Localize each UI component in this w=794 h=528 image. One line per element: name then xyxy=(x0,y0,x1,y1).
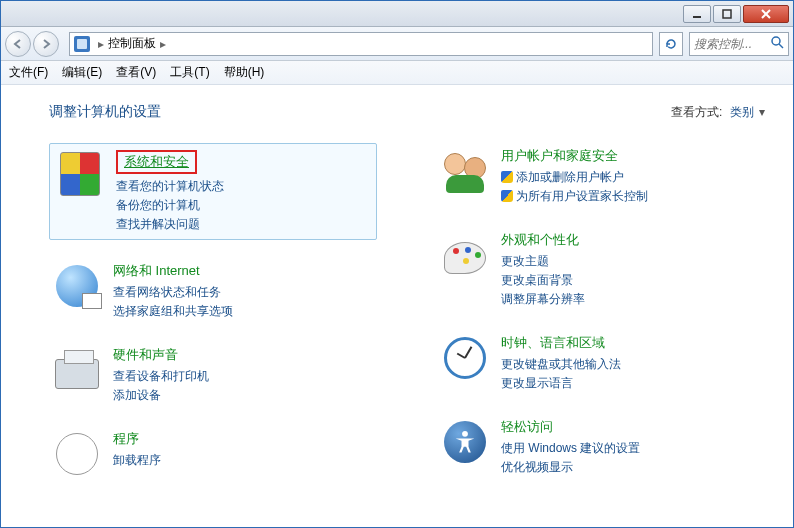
category-appearance: 外观和个性化 更改主题 更改桌面背景 调整屏幕分辨率 xyxy=(437,227,765,312)
category-title[interactable]: 时钟、语言和区域 xyxy=(501,334,605,352)
menu-tools[interactable]: 工具(T) xyxy=(170,64,209,81)
right-column: 用户帐户和家庭安全 添加或删除用户帐户 为所有用户设置家长控制 外观和个性化 更… xyxy=(437,143,765,500)
shield-icon xyxy=(56,150,104,198)
task-link[interactable]: 添加或删除用户帐户 xyxy=(501,169,648,186)
back-button[interactable] xyxy=(5,31,31,57)
view-by: 查看方式: 类别 ▾ xyxy=(671,104,765,121)
close-button[interactable] xyxy=(743,5,789,23)
svg-point-4 xyxy=(772,37,780,45)
category-title[interactable]: 系统和安全 xyxy=(116,150,197,174)
printer-icon xyxy=(53,346,101,394)
category-system-security: 系统和安全 查看您的计算机状态 备份您的计算机 查找并解决问题 xyxy=(49,143,377,240)
left-column: 系统和安全 查看您的计算机状态 备份您的计算机 查找并解决问题 网络和 Inte… xyxy=(49,143,377,500)
task-link[interactable]: 查看您的计算机状态 xyxy=(116,178,224,195)
users-icon xyxy=(441,147,489,195)
category-network: 网络和 Internet 查看网络状态和任务 选择家庭组和共享选项 xyxy=(49,258,377,324)
task-link[interactable]: 调整屏幕分辨率 xyxy=(501,291,585,308)
refresh-button[interactable] xyxy=(659,32,683,56)
task-link[interactable]: 备份您的计算机 xyxy=(116,197,224,214)
navigation-bar: ▸ 控制面板 ▸ xyxy=(1,27,793,61)
task-link[interactable]: 优化视频显示 xyxy=(501,459,640,476)
category-title[interactable]: 硬件和声音 xyxy=(113,346,178,364)
search-icon[interactable] xyxy=(770,35,784,52)
control-panel-icon xyxy=(74,36,90,52)
task-link[interactable]: 查找并解决问题 xyxy=(116,216,224,233)
svg-rect-1 xyxy=(723,10,731,18)
category-accounts: 用户帐户和家庭安全 添加或删除用户帐户 为所有用户设置家长控制 xyxy=(437,143,765,209)
category-programs: 程序 卸载程序 xyxy=(49,426,377,482)
menu-view[interactable]: 查看(V) xyxy=(116,64,156,81)
category-title[interactable]: 网络和 Internet xyxy=(113,262,200,280)
task-link[interactable]: 使用 Windows 建议的设置 xyxy=(501,440,640,457)
breadcrumb-item[interactable]: 控制面板 xyxy=(108,35,156,52)
address-bar[interactable]: ▸ 控制面板 ▸ xyxy=(69,32,653,56)
task-link[interactable]: 选择家庭组和共享选项 xyxy=(113,303,233,320)
maximize-button[interactable] xyxy=(713,5,741,23)
chevron-down-icon[interactable]: ▾ xyxy=(759,105,765,119)
svg-line-5 xyxy=(779,44,783,48)
task-link-text: 添加或删除用户帐户 xyxy=(516,170,624,184)
menu-help[interactable]: 帮助(H) xyxy=(224,64,265,81)
menu-file[interactable]: 文件(F) xyxy=(9,64,48,81)
task-link[interactable]: 为所有用户设置家长控制 xyxy=(501,188,648,205)
task-link[interactable]: 卸载程序 xyxy=(113,452,161,469)
view-by-value[interactable]: 类别 xyxy=(730,105,754,119)
search-input[interactable] xyxy=(694,37,764,51)
category-title[interactable]: 轻松访问 xyxy=(501,418,553,436)
task-link[interactable]: 更改键盘或其他输入法 xyxy=(501,356,621,373)
task-link[interactable]: 查看设备和打印机 xyxy=(113,368,209,385)
ease-access-icon xyxy=(441,418,489,466)
task-link[interactable]: 更改桌面背景 xyxy=(501,272,585,289)
category-clock-region: 时钟、语言和区域 更改键盘或其他输入法 更改显示语言 xyxy=(437,330,765,396)
view-by-label: 查看方式: xyxy=(671,105,722,119)
uac-shield-icon xyxy=(501,190,513,202)
task-link[interactable]: 查看网络状态和任务 xyxy=(113,284,233,301)
minimize-button[interactable] xyxy=(683,5,711,23)
content-area: 调整计算机的设置 查看方式: 类别 ▾ 系统和安全 查看您的计算机状态 备份您的… xyxy=(1,85,793,510)
task-link[interactable]: 添加设备 xyxy=(113,387,209,404)
category-title[interactable]: 外观和个性化 xyxy=(501,231,579,249)
svg-point-6 xyxy=(462,431,468,437)
category-ease-of-access: 轻松访问 使用 Windows 建议的设置 优化视频显示 xyxy=(437,414,765,480)
task-link-text: 为所有用户设置家长控制 xyxy=(516,189,648,203)
uac-shield-icon xyxy=(501,171,513,183)
clock-icon xyxy=(441,334,489,382)
disc-icon xyxy=(53,430,101,478)
category-hardware: 硬件和声音 查看设备和打印机 添加设备 xyxy=(49,342,377,408)
menu-edit[interactable]: 编辑(E) xyxy=(62,64,102,81)
menu-bar: 文件(F) 编辑(E) 查看(V) 工具(T) 帮助(H) xyxy=(1,61,793,85)
window-titlebar xyxy=(1,1,793,27)
globe-icon xyxy=(53,262,101,310)
search-box[interactable] xyxy=(689,32,789,56)
task-link[interactable]: 更改主题 xyxy=(501,253,585,270)
breadcrumb-separator: ▸ xyxy=(160,37,166,51)
breadcrumb-separator: ▸ xyxy=(98,37,104,51)
task-link[interactable]: 更改显示语言 xyxy=(501,375,621,392)
category-title[interactable]: 用户帐户和家庭安全 xyxy=(501,147,618,165)
palette-icon xyxy=(441,231,489,279)
category-title[interactable]: 程序 xyxy=(113,430,139,448)
page-heading: 调整计算机的设置 xyxy=(49,103,161,121)
forward-button[interactable] xyxy=(33,31,59,57)
